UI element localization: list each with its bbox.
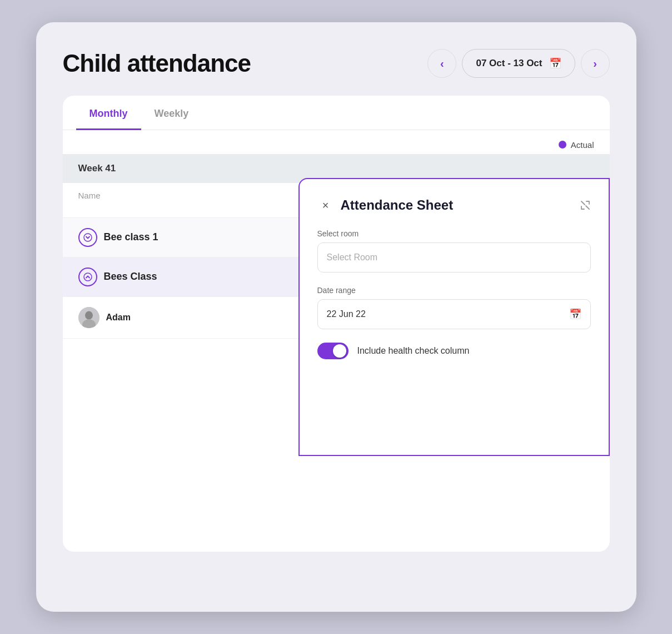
- svg-point-3: [85, 311, 93, 319]
- title-row: × Attendance Sheet: [317, 197, 454, 214]
- legend-label: Actual: [571, 140, 594, 150]
- svg-point-0: [84, 234, 92, 241]
- avatar: [78, 307, 99, 328]
- toggle-label: Include health check column: [357, 346, 470, 356]
- expand-button[interactable]: [580, 200, 591, 211]
- tabs-bar: Monthly Weekly: [63, 96, 610, 130]
- next-button[interactable]: ›: [581, 49, 610, 78]
- chevron-down-icon[interactable]: [78, 228, 97, 247]
- date-range-group: Date range 22 Jun 22 📅: [317, 286, 591, 329]
- date-range-label: Date range: [317, 286, 591, 295]
- attendance-sheet-panel: × Attendance Sheet Select room Select Ro…: [298, 178, 610, 456]
- child-name-cell: Adam: [78, 307, 245, 328]
- header: Child attendance ‹ 07 Oct - 13 Oct 📅 ›: [63, 49, 610, 78]
- week-label: Week 41: [78, 163, 116, 174]
- class-name-cell-2: Bees Class: [78, 268, 245, 286]
- date-range-text: 07 Oct - 13 Oct: [476, 58, 542, 69]
- tab-weekly[interactable]: Weekly: [141, 96, 202, 130]
- child-name: Adam: [106, 313, 131, 323]
- select-room-group: Select room Select Room: [317, 229, 591, 273]
- date-picker-icon: 📅: [569, 308, 581, 320]
- chevron-up-icon[interactable]: [78, 268, 97, 286]
- class-label: Bee class 1: [104, 231, 158, 243]
- nav-controls: ‹ 07 Oct - 13 Oct 📅 ›: [427, 49, 609, 78]
- date-range-input[interactable]: 22 Jun 22 📅: [317, 299, 591, 329]
- calendar-icon: 📅: [549, 57, 561, 70]
- panel-title: Attendance Sheet: [341, 197, 454, 213]
- tab-monthly[interactable]: Monthly: [76, 96, 141, 130]
- legend-dot: [559, 141, 566, 148]
- prev-button[interactable]: ‹: [427, 49, 456, 78]
- main-panel: Monthly Weekly Actual Week 41 Name Monda…: [63, 96, 610, 552]
- select-room-placeholder: Select Room: [327, 252, 378, 262]
- date-range-button[interactable]: 07 Oct - 13 Oct 📅: [462, 49, 575, 78]
- page-title: Child attendance: [63, 49, 251, 77]
- select-room-label: Select room: [317, 229, 591, 238]
- close-button[interactable]: ×: [317, 197, 334, 214]
- panel-header: × Attendance Sheet: [317, 197, 591, 214]
- app-container: Child attendance ‹ 07 Oct - 13 Oct 📅 › M…: [36, 22, 636, 612]
- bees-class-label: Bees Class: [104, 271, 157, 283]
- legend-row: Actual: [63, 130, 610, 154]
- health-check-toggle[interactable]: [317, 343, 349, 359]
- class-name-cell: Bee class 1: [78, 228, 245, 247]
- date-range-value: 22 Jun 22: [327, 309, 366, 319]
- toggle-thumb: [333, 344, 346, 358]
- col-name-header: Name: [78, 191, 245, 210]
- svg-point-1: [84, 273, 92, 281]
- select-room-input[interactable]: Select Room: [317, 242, 591, 273]
- health-check-toggle-row: Include health check column: [317, 343, 591, 359]
